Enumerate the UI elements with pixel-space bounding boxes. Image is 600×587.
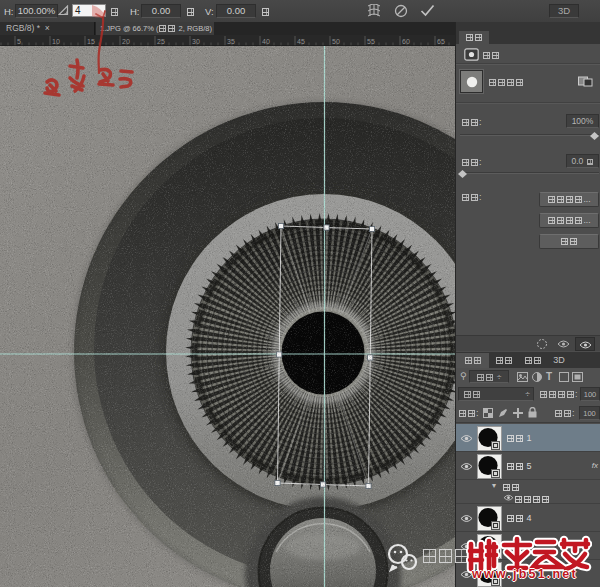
- svg-text:30: 30: [192, 38, 200, 45]
- svg-text:10: 10: [52, 38, 60, 45]
- svg-text:65: 65: [437, 38, 445, 45]
- svg-text:15: 15: [87, 38, 95, 45]
- svg-text:60: 60: [402, 38, 410, 45]
- svg-text:45: 45: [297, 38, 305, 45]
- svg-text:40: 40: [262, 38, 270, 45]
- svg-text:50: 50: [332, 38, 340, 45]
- svg-text:20: 20: [122, 38, 130, 45]
- svg-text:55: 55: [367, 38, 375, 45]
- svg-text:35: 35: [227, 38, 235, 45]
- svg-text:5: 5: [17, 38, 21, 45]
- svg-text:25: 25: [157, 38, 165, 45]
